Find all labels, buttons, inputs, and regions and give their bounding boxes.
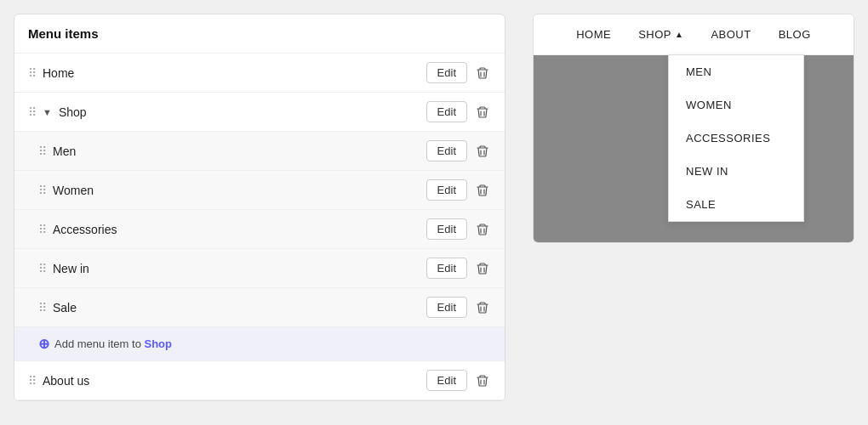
edit-button-men[interactable]: Edit bbox=[426, 140, 467, 162]
trash-icon-men bbox=[476, 144, 489, 158]
delete-button-new-in[interactable] bbox=[474, 260, 491, 277]
menu-row-about-us: ⠿ About us Edit bbox=[14, 361, 505, 400]
delete-button-accessories[interactable] bbox=[474, 221, 491, 238]
row-label-men: Men bbox=[53, 144, 420, 158]
row-label-women: Women bbox=[53, 184, 420, 197]
menu-items-card: Menu items ⠿ Home Edit ⠿ ▼ Shop Edit bbox=[14, 14, 505, 401]
menu-row-women: ⠿ Women Edit bbox=[14, 171, 505, 210]
row-label-accessories: Accessories bbox=[53, 223, 420, 236]
add-icon: ⊕ bbox=[38, 336, 49, 352]
drag-handle-sale[interactable]: ⠿ bbox=[38, 301, 46, 314]
delete-button-sale[interactable] bbox=[474, 299, 491, 316]
edit-button-new-in[interactable]: Edit bbox=[426, 258, 467, 279]
card-header: Menu items bbox=[14, 14, 505, 54]
nav-item-shop[interactable]: SHOP ▲ bbox=[638, 28, 683, 41]
trash-icon-women bbox=[476, 184, 489, 197]
trash-icon-about-us bbox=[476, 374, 489, 388]
edit-button-shop[interactable]: Edit bbox=[426, 101, 467, 122]
nav-item-about[interactable]: ABOUT bbox=[711, 28, 751, 41]
chevron-down-icon-shop[interactable]: ▼ bbox=[43, 107, 52, 117]
dropdown-item-women[interactable]: WOMEN bbox=[669, 88, 803, 122]
add-item-label: Add menu item to Shop bbox=[54, 337, 172, 350]
drag-handle-men[interactable]: ⠿ bbox=[38, 144, 46, 158]
preview-nav: HOME SHOP ▲ ABOUT BLOG MEN WOMEN ACCESSO… bbox=[534, 14, 854, 55]
dropdown-item-sale[interactable]: SALE bbox=[669, 188, 803, 221]
menu-row-shop: ⠿ ▼ Shop Edit bbox=[14, 93, 505, 132]
edit-button-sale[interactable]: Edit bbox=[426, 297, 467, 318]
trash-icon-home bbox=[476, 66, 489, 80]
delete-button-about-us[interactable] bbox=[474, 372, 491, 389]
drag-handle-about-us[interactable]: ⠿ bbox=[28, 374, 36, 388]
drag-handle-new-in[interactable]: ⠿ bbox=[38, 262, 46, 275]
dropdown-item-men[interactable]: MEN bbox=[669, 55, 803, 88]
delete-button-shop[interactable] bbox=[474, 104, 491, 121]
drag-handle-women[interactable]: ⠿ bbox=[38, 184, 46, 197]
trash-icon-new-in bbox=[476, 262, 489, 275]
trash-icon-sale bbox=[476, 301, 489, 314]
menu-row-new-in: ⠿ New in Edit bbox=[14, 249, 505, 288]
chevron-up-icon-shop: ▲ bbox=[675, 30, 683, 39]
row-label-new-in: New in bbox=[53, 262, 420, 275]
row-label-shop: Shop bbox=[59, 105, 420, 119]
card-title: Menu items bbox=[28, 26, 491, 41]
right-panel: HOME SHOP ▲ ABOUT BLOG MEN WOMEN ACCESSO… bbox=[519, 0, 868, 425]
add-item-row[interactable]: ⊕ Add menu item to Shop bbox=[14, 327, 505, 361]
row-label-about-us: About us bbox=[43, 374, 420, 388]
drag-handle-accessories[interactable]: ⠿ bbox=[38, 223, 46, 236]
delete-button-home[interactable] bbox=[474, 65, 491, 82]
delete-button-men[interactable] bbox=[474, 143, 491, 160]
row-label-sale: Sale bbox=[53, 301, 420, 314]
preview-container: HOME SHOP ▲ ABOUT BLOG MEN WOMEN ACCESSO… bbox=[533, 14, 854, 243]
edit-button-accessories[interactable]: Edit bbox=[426, 218, 467, 240]
edit-button-women[interactable]: Edit bbox=[426, 179, 467, 201]
drag-handle-shop[interactable]: ⠿ bbox=[28, 105, 36, 119]
left-panel: Menu items ⠿ Home Edit ⠿ ▼ Shop Edit bbox=[0, 0, 519, 425]
delete-button-women[interactable] bbox=[474, 182, 491, 199]
edit-button-home[interactable]: Edit bbox=[426, 62, 467, 83]
drag-handle-home[interactable]: ⠿ bbox=[28, 66, 36, 80]
nav-item-home[interactable]: HOME bbox=[576, 28, 611, 41]
menu-row-home: ⠿ Home Edit bbox=[14, 54, 505, 93]
dropdown-item-accessories[interactable]: ACCESSORIES bbox=[669, 122, 803, 155]
shop-dropdown-menu: MEN WOMEN ACCESSORIES NEW IN SALE bbox=[668, 54, 804, 222]
menu-row-sale: ⠿ Sale Edit bbox=[14, 288, 505, 327]
menu-row-accessories: ⠿ Accessories Edit bbox=[14, 210, 505, 249]
nav-item-blog[interactable]: BLOG bbox=[779, 28, 811, 41]
edit-button-about-us[interactable]: Edit bbox=[426, 370, 467, 391]
trash-icon-shop bbox=[476, 105, 489, 119]
trash-icon-accessories bbox=[476, 223, 489, 236]
dropdown-item-new-in[interactable]: NEW IN bbox=[669, 155, 803, 188]
menu-row-men: ⠿ Men Edit bbox=[14, 132, 505, 171]
row-label-home: Home bbox=[43, 66, 420, 80]
